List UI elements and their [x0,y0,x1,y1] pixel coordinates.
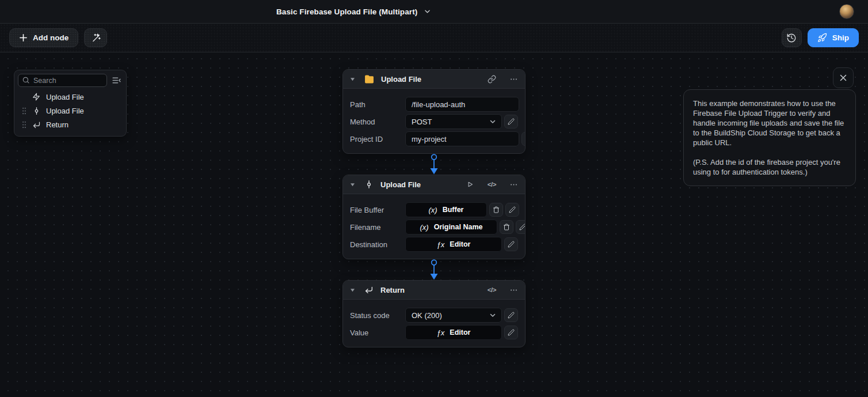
wand-sparkles-icon [90,33,101,43]
field-row-method: Method POST [350,114,518,130]
pencil-icon [525,135,526,142]
variable-glyph: (x) [420,223,429,232]
node-header[interactable]: Upload File </> [343,175,525,194]
pencil-icon [508,312,515,319]
edit-pencil-button[interactable] [504,115,518,128]
folder-icon [364,75,374,84]
more-icon[interactable] [509,286,518,294]
search-input[interactable] [18,74,107,87]
workflow-title: Basic Firebase Upload File (Multipart) [276,7,417,16]
node-header[interactable]: Return </> [343,281,525,300]
edit-pencil-button[interactable] [521,132,526,146]
variable-pill-buffer[interactable]: (x) Buffer [405,202,487,217]
field-row-status-code: Status code OK (200) [350,307,518,323]
field-row-file-buffer: File Buffer (x) Buffer [350,202,518,218]
field-label: Method [350,118,405,126]
palette-item-label: Upload File [46,107,84,115]
run-node-icon[interactable] [466,180,474,188]
ship-label: Ship [832,33,849,42]
note-paragraph: This example demonstrates how to use the… [693,99,846,148]
note-paragraph: (P.S. Add the id of the firebase project… [693,157,846,177]
pencil-icon [519,224,526,230]
app-root: Basic Firebase Upload File (Multipart) A… [0,0,868,397]
status-code-value: OK (200) [412,311,442,320]
node-palette: Upload File Upload File [14,70,127,137]
status-code-select[interactable]: OK (200) [405,308,502,323]
field-label: Value [350,328,405,337]
avatar[interactable] [839,4,854,19]
code-icon[interactable]: </> [488,181,496,188]
ai-wand-button[interactable] [84,28,107,47]
palette-item-return[interactable]: Return [18,118,123,131]
drag-grip-icon[interactable] [18,107,31,115]
variable-pill-original-name[interactable]: (x) Original Name [405,220,497,235]
collapse-panel-icon[interactable] [110,74,123,87]
method-select[interactable]: POST [405,114,502,129]
editor-label: Editor [450,328,470,336]
connection-port[interactable] [429,154,439,175]
close-note-button[interactable] [833,67,854,88]
code-icon[interactable]: </> [488,286,496,293]
field-label: Path [350,100,405,109]
close-icon [839,74,847,82]
node-title: Return [380,286,405,294]
node-return[interactable]: Return </> Status code OK (200) [342,280,526,347]
history-button[interactable] [782,28,802,47]
pencil-icon [509,206,516,213]
field-label: Destination [350,240,405,249]
ship-button[interactable]: Ship [808,28,859,47]
collapse-caret-icon[interactable] [350,183,355,187]
field-label: File Buffer [350,206,405,214]
editor-pill[interactable]: ƒx Editor [405,325,502,340]
palette-item-upload-file-node[interactable]: Upload File [18,104,123,118]
connection-port[interactable] [429,259,439,280]
edit-pencil-button[interactable] [505,203,519,217]
return-arrow-icon [364,285,374,294]
node-body: File Buffer (x) Buffer [343,194,525,259]
node-header[interactable]: Upload File [343,70,525,89]
palette-item-upload-file-trigger[interactable]: Upload File [18,90,123,104]
collapse-caret-icon[interactable] [350,77,355,81]
collapse-caret-icon[interactable] [350,288,355,292]
link-icon[interactable] [488,75,496,84]
pencil-icon [508,241,515,248]
pencil-icon [508,329,515,336]
edit-pencil-button[interactable] [516,220,526,234]
field-label: Project ID [350,135,405,143]
palette-item-label: Upload File [46,93,84,101]
add-node-button[interactable]: Add node [9,28,78,47]
project-id-input[interactable] [405,131,519,146]
field-row-destination: Destination ƒx Editor [350,236,518,252]
pencil-icon [508,118,515,125]
field-row-project-id: Project ID [350,131,518,147]
edit-pencil-button[interactable] [504,237,518,251]
node-upload-file-trigger[interactable]: Upload File Path [342,69,526,154]
edit-pencil-button[interactable] [504,308,518,322]
rocket-icon [817,33,827,43]
field-row-value: Value ƒx Editor [350,324,518,341]
trash-icon [493,206,500,213]
more-icon[interactable] [509,180,518,189]
plus-icon [19,33,28,42]
drag-grip-icon[interactable] [18,121,31,128]
delete-button[interactable] [489,203,503,217]
field-row-path: Path [350,96,518,112]
toolbar: Add node Ship [0,24,868,52]
path-input[interactable] [405,97,519,112]
search-box [18,74,107,87]
more-icon[interactable] [509,75,518,84]
edit-pencil-button[interactable] [504,326,518,339]
workflow-title-dropdown[interactable]: Basic Firebase Upload File (Multipart) [276,0,431,23]
node-title: Upload File [380,180,421,189]
method-select-value: POST [412,118,432,126]
node-upload-file[interactable]: Upload File </> File Buffer [342,175,526,259]
variable-name: Original Name [434,223,483,231]
editor-pill[interactable]: ƒx Editor [405,237,502,252]
chevron-down-icon [424,9,431,14]
trash-icon [503,224,510,230]
return-arrow-icon [31,120,42,129]
workflow-canvas[interactable]: Upload File Upload File [0,53,868,397]
field-label: Status code [350,311,405,320]
title-bar: Basic Firebase Upload File (Multipart) [0,0,868,24]
delete-button[interactable] [500,220,513,234]
